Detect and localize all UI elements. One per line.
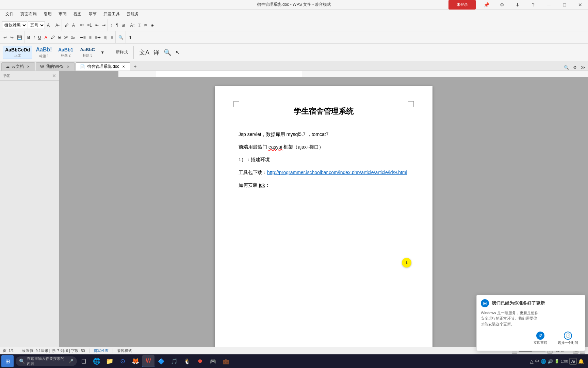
watermark-btn[interactable]: ≋: [143, 22, 149, 28]
color-btn[interactable]: A: [43, 34, 49, 41]
menu-file[interactable]: 文件: [3, 11, 16, 18]
taskbar-qq[interactable]: 🐧: [181, 355, 193, 367]
para4-prefix: 工具包下载：: [239, 170, 267, 175]
maximize-btn[interactable]: □: [557, 0, 572, 10]
bg-text-btn[interactable]: 🖍: [49, 34, 56, 41]
highlight-btn[interactable]: 🖊: [63, 22, 70, 28]
taskbar-explorer[interactable]: 📁: [103, 355, 116, 367]
indent-decrease-btn[interactable]: ⇤: [94, 22, 100, 28]
find-replace-btn[interactable]: 🔍: [117, 34, 125, 41]
taskbar-app2[interactable]: 💼: [220, 355, 232, 367]
tab-cloud[interactable]: ☁ 云文档 ✕: [1, 62, 35, 71]
close-btn[interactable]: ✕: [572, 0, 588, 10]
superscript-btn[interactable]: x²: [63, 34, 69, 41]
menu-cloud[interactable]: 云服务: [124, 11, 142, 18]
task-view-btn[interactable]: ❑: [78, 355, 90, 367]
spell-check[interactable]: 拼写检查: [94, 348, 109, 353]
line-spacing-btn[interactable]: ↕: [109, 22, 114, 28]
taskbar-chrome[interactable]: ⊙: [116, 355, 129, 367]
style-heading1[interactable]: AaBb! 标题 1: [34, 45, 54, 59]
tab-search-btn[interactable]: 🔍: [562, 64, 570, 71]
style-heading3[interactable]: AaBbC 标题 3: [77, 46, 98, 58]
not-logged-in-btn[interactable]: 未登录: [448, 0, 476, 10]
new-style-btn[interactable]: 新样式: [114, 49, 129, 56]
italic-btn[interactable]: I: [32, 34, 36, 41]
taskbar-music[interactable]: 🎵: [168, 355, 180, 367]
taskbar-edge[interactable]: 🌐: [91, 355, 103, 367]
tab-more-btn[interactable]: ≫: [579, 64, 587, 71]
number-list-btn[interactable]: ≡1: [86, 22, 93, 28]
menu-chapter[interactable]: 章节: [86, 11, 99, 18]
save-btn[interactable]: 💾: [16, 34, 23, 41]
taskbar-wps[interactable]: W: [142, 355, 154, 367]
redo-btn[interactable]: ↪: [9, 34, 15, 41]
align-left-btn[interactable]: ⬅≡: [79, 34, 87, 41]
border-btn[interactable]: ⊞: [120, 22, 126, 28]
font-size-select[interactable]: 五号: [28, 21, 45, 29]
download-link[interactable]: http://programmer.ischoolbar.com/index.p…: [267, 170, 407, 175]
style-heading2[interactable]: AaBb1 标题 2: [55, 46, 76, 59]
columns-btn[interactable]: ⌶: [137, 22, 142, 28]
ai-label[interactable]: Ai: [569, 358, 577, 365]
taskbar-record[interactable]: ⏺: [194, 355, 206, 367]
text-direction-btn[interactable]: A↕: [129, 22, 136, 28]
indent-increase-btn[interactable]: ⇥: [101, 22, 107, 28]
font-family-select[interactable]: 微软雅黑: [2, 21, 27, 29]
minimize-btn[interactable]: ─: [541, 0, 557, 10]
underline-btn[interactable]: U: [37, 34, 43, 41]
system-tray: △ 中 🌐 🔊 🔋 1:00 Ai 🔔: [527, 358, 587, 365]
bg-color-btn[interactable]: ◈: [149, 22, 155, 28]
menu-view[interactable]: 视图: [71, 11, 84, 18]
tab-add-btn[interactable]: +: [131, 62, 139, 71]
settings-btn[interactable]: ⚙: [494, 0, 510, 10]
tab-mywps-close[interactable]: ✕: [66, 64, 70, 69]
taskbar-firefox[interactable]: 🦊: [129, 355, 142, 367]
more-styles-btn[interactable]: ▼: [99, 49, 106, 56]
clock[interactable]: 1:00: [561, 359, 568, 363]
tab-doc[interactable]: 📄 宿舍管理系统.doc ✕: [76, 62, 131, 71]
align-right-btn[interactable]: ≡➡: [94, 34, 102, 41]
distributed-btn[interactable]: ≡: [110, 34, 115, 41]
tab-mywps[interactable]: W 我的WPS ✕: [36, 62, 75, 71]
strikethrough-btn[interactable]: S: [57, 34, 62, 41]
translate-btn[interactable]: 译: [152, 48, 161, 57]
font-size-decrease-btn[interactable]: A-: [54, 22, 61, 28]
taskbar-app1[interactable]: 🎮: [207, 355, 219, 367]
select-arrow-btn[interactable]: ↖: [174, 48, 182, 57]
bullet-list-btn[interactable]: ≡•: [79, 22, 85, 28]
volume-icon[interactable]: 🔊: [548, 359, 553, 364]
clear-format-btn[interactable]: Ā: [71, 22, 76, 28]
help-btn[interactable]: ?: [525, 0, 541, 10]
subscript-btn[interactable]: x₂: [70, 34, 76, 41]
style-normal[interactable]: AaBbCcDd 正文: [3, 46, 32, 59]
arrow-btn[interactable]: ⬇: [510, 0, 525, 10]
menu-page-layout[interactable]: 页面布局: [18, 11, 39, 18]
find-highlight-btn[interactable]: 🔍: [162, 48, 173, 57]
taskbar-kuai[interactable]: 🔷: [155, 355, 167, 367]
menu-review[interactable]: 审阅: [56, 11, 69, 18]
font-size-increase-btn[interactable]: A+: [46, 22, 53, 28]
menu-reference[interactable]: 引用: [41, 11, 54, 18]
menu-dev[interactable]: 开发工具: [101, 11, 122, 18]
notification-btn[interactable]: 🔔: [578, 358, 584, 364]
lang-indicator[interactable]: 中: [535, 358, 539, 364]
tab-cloud-close[interactable]: ✕: [26, 64, 31, 69]
tab-doc-close[interactable]: ✕: [121, 64, 126, 69]
undo-btn[interactable]: ↩: [2, 34, 8, 41]
bold-btn[interactable]: B: [26, 34, 32, 41]
justify-btn[interactable]: ≡|: [103, 34, 109, 41]
network-icon[interactable]: 🌐: [541, 359, 546, 364]
choose-time-btn[interactable]: 🕐 选择一个时间: [555, 330, 581, 347]
document-content[interactable]: Jsp servlet，数据库用 mysql5.7 ，tomcat7 前端用最热…: [239, 130, 409, 189]
status-sep1: [18, 349, 18, 353]
tab-settings-btn[interactable]: ⚙: [572, 64, 578, 71]
text-tool-btn[interactable]: 文A: [138, 48, 151, 57]
start-button[interactable]: ⊞: [1, 355, 14, 367]
outline-close-btn[interactable]: ✕: [52, 73, 56, 78]
align-center-btn[interactable]: ≡: [88, 34, 93, 41]
restart-now-btn[interactable]: ↺ 立即重启: [528, 330, 552, 347]
para-settings-btn[interactable]: ¶: [115, 22, 119, 28]
taskbar-search[interactable]: 🔍 在这里输入你要搜索的内容 🎤: [16, 356, 77, 366]
pin-btn[interactable]: 📌: [478, 0, 494, 10]
select-btn[interactable]: ⬆: [127, 34, 133, 41]
